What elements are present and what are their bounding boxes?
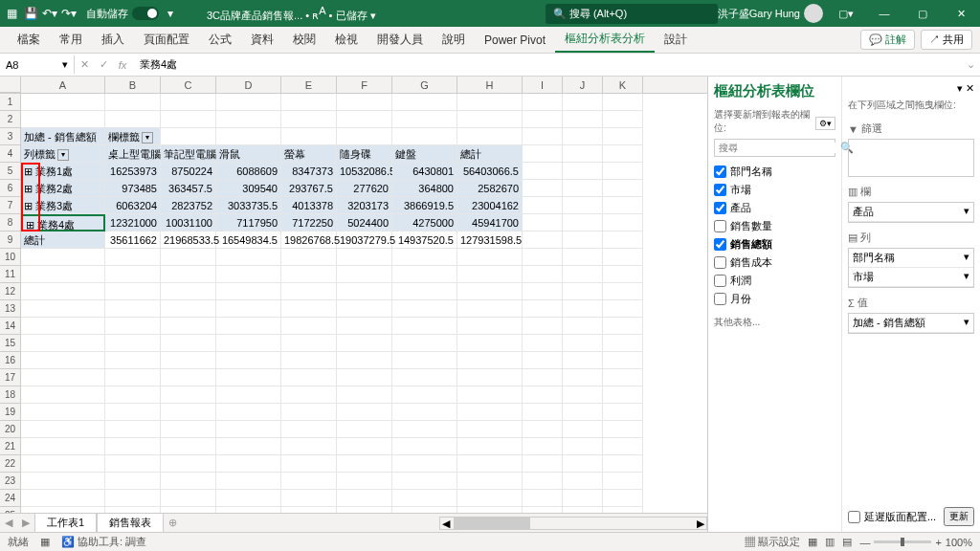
cell[interactable] [457, 335, 523, 352]
cell[interactable] [281, 369, 337, 386]
cell[interactable] [457, 128, 523, 145]
user-account[interactable]: 洪子盛Gary Hung [718, 4, 823, 23]
cell[interactable] [563, 490, 603, 507]
cell[interactable] [392, 266, 457, 283]
cell[interactable]: 2823752 [161, 197, 216, 214]
cell[interactable] [281, 335, 337, 352]
cell[interactable] [603, 163, 643, 180]
cell[interactable] [105, 473, 161, 490]
cell[interactable] [337, 128, 392, 145]
cell[interactable] [603, 94, 643, 111]
fx-icon[interactable]: fx [113, 59, 132, 71]
cell[interactable] [523, 94, 563, 111]
cell[interactable] [603, 145, 643, 163]
cell[interactable]: 16549834.5 [216, 231, 281, 249]
cell[interactable] [337, 300, 392, 318]
cell[interactable]: 293767.5 [281, 180, 337, 197]
cell[interactable] [105, 266, 161, 283]
cell[interactable] [563, 249, 603, 266]
cell[interactable] [216, 473, 281, 490]
field-checkbox[interactable] [714, 275, 726, 287]
cell[interactable] [21, 369, 105, 386]
cell[interactable] [563, 111, 603, 128]
row-header[interactable]: 11 [0, 266, 21, 283]
cell[interactable]: 8750224 [161, 163, 216, 180]
cell[interactable]: 螢幕 [281, 145, 337, 163]
col-I[interactable]: I [523, 77, 563, 93]
cell[interactable] [523, 214, 563, 231]
save-icon[interactable]: 💾 [23, 6, 38, 21]
cell[interactable]: 7117950 [216, 214, 281, 231]
cell[interactable] [161, 421, 216, 438]
cell[interactable] [523, 386, 563, 404]
cell[interactable] [603, 438, 643, 455]
cell[interactable] [603, 318, 643, 335]
cell[interactable]: 16253973 [105, 163, 161, 180]
cell[interactable]: 364800 [392, 180, 457, 197]
cell[interactable] [337, 352, 392, 369]
cell[interactable] [603, 300, 643, 318]
cell[interactable] [105, 404, 161, 421]
row-header[interactable]: 2 [0, 111, 21, 128]
cell[interactable]: 127931598.5 [457, 231, 523, 249]
cell[interactable] [281, 128, 337, 145]
field-item[interactable]: 銷售成本 [714, 253, 835, 272]
cell[interactable] [392, 473, 457, 490]
cell[interactable] [392, 369, 457, 386]
cell[interactable] [337, 455, 392, 473]
cell[interactable]: 列標籤▾ [21, 145, 105, 163]
cell[interactable]: 277620 [337, 180, 392, 197]
cell[interactable] [523, 283, 563, 300]
tab-nav-prev-icon[interactable]: ◀ [0, 517, 17, 529]
cell[interactable] [563, 283, 603, 300]
row-header[interactable]: 17 [0, 369, 21, 386]
cell[interactable] [603, 455, 643, 473]
cell[interactable] [457, 490, 523, 507]
cell[interactable] [523, 318, 563, 335]
share-button[interactable]: ↗ 共用 [921, 30, 972, 50]
cell[interactable] [392, 386, 457, 404]
field-item[interactable]: 月份 [714, 290, 835, 308]
field-item[interactable]: 部門名稱 [714, 163, 835, 181]
cell[interactable] [105, 283, 161, 300]
area-item[interactable]: 市場▾ [849, 268, 973, 287]
expand-formula-icon[interactable]: ⌄ [961, 58, 980, 71]
cell[interactable] [523, 180, 563, 197]
cell[interactable] [337, 421, 392, 438]
update-button[interactable]: 更新 [944, 507, 974, 526]
row-header[interactable]: 13 [0, 300, 21, 318]
cell[interactable] [457, 283, 523, 300]
tab-nav-next-icon[interactable]: ▶ [17, 517, 34, 529]
cell[interactable]: 19826768.5 [281, 231, 337, 249]
cell[interactable]: ⊞ 業務1處 [21, 163, 105, 180]
zoom-in-icon[interactable]: + [935, 537, 941, 548]
macro-icon[interactable]: ▦ [40, 536, 50, 548]
cell[interactable] [337, 490, 392, 507]
cell[interactable] [216, 421, 281, 438]
cell[interactable] [523, 249, 563, 266]
field-checkbox[interactable] [714, 220, 726, 232]
cell[interactable] [161, 438, 216, 455]
row-header[interactable]: 10 [0, 249, 21, 266]
cell[interactable] [161, 318, 216, 335]
field-item[interactable]: 市場 [714, 181, 835, 199]
cell[interactable] [603, 249, 643, 266]
cell[interactable] [563, 404, 603, 421]
cell[interactable] [105, 335, 161, 352]
cell[interactable] [457, 369, 523, 386]
tab-file[interactable]: 檔案 [8, 28, 50, 52]
cell[interactable] [392, 455, 457, 473]
cell[interactable] [161, 404, 216, 421]
horizontal-scrollbar[interactable]: ◀▶ [439, 517, 707, 530]
cell[interactable] [216, 94, 281, 111]
zoom-slider[interactable] [874, 540, 931, 543]
cell[interactable] [603, 231, 643, 249]
cell[interactable] [21, 386, 105, 404]
cell[interactable] [216, 111, 281, 128]
cell[interactable] [21, 421, 105, 438]
cell[interactable] [216, 490, 281, 507]
cell[interactable] [281, 283, 337, 300]
col-C[interactable]: C [161, 77, 216, 93]
tab-design[interactable]: 設計 [655, 28, 697, 52]
cell[interactable] [457, 438, 523, 455]
